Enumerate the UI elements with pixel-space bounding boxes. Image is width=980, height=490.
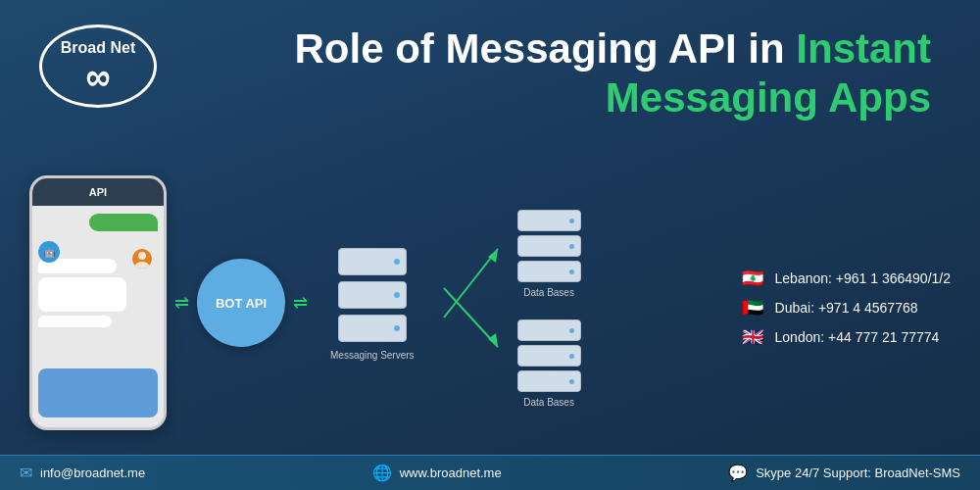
- title-line2-green: Messaging Apps: [606, 74, 931, 121]
- server-dot-1: [394, 259, 400, 265]
- phone-api-label: API: [89, 186, 107, 198]
- db-unit-1: [517, 210, 581, 231]
- header: Broad Net ∞ Role of Messaging API in Ins…: [0, 0, 980, 172]
- dubai-flag: 🇦🇪: [742, 297, 765, 318]
- phone-topbar: API: [32, 178, 164, 206]
- chat-bubble-received-2: [38, 277, 126, 312]
- svg-marker-5: [488, 333, 498, 347]
- messaging-servers: Messaging Servers: [330, 245, 415, 361]
- london-number: London: +44 777 21 77774: [775, 329, 940, 345]
- contact-area: 🇱🇧 Lebanon: +961 1 366490/1/2 🇦🇪 Dubai: …: [742, 268, 960, 348]
- phone-bottom-accent: [38, 368, 158, 417]
- db-unit-2: [517, 235, 581, 257]
- skype-icon: 💬: [728, 464, 748, 482]
- main-title: Role of Messaging API in Instant Messagi…: [206, 24, 931, 123]
- globe-icon: 🌐: [372, 464, 392, 482]
- db-unit-4: [517, 319, 581, 341]
- svg-line-2: [444, 249, 498, 318]
- logo-text: Broad Net: [61, 39, 135, 57]
- main-container: Broad Net ∞ Role of Messaging API in Ins…: [0, 0, 980, 490]
- exchange-arrows-1: ⇌: [174, 292, 189, 314]
- title-line1-green: Instant: [796, 25, 931, 72]
- dubai-number: Dubai: +971 4 4567768: [775, 300, 918, 316]
- server-block-3: [338, 315, 407, 342]
- server-dot-2: [394, 292, 400, 298]
- contact-dubai: 🇦🇪 Dubai: +971 4 4567768: [742, 297, 951, 318]
- db-unit-3: [517, 261, 581, 282]
- footer: ✉ info@broadnet.me 🌐 www.broadnet.me 💬 S…: [0, 455, 980, 490]
- bot-api-label: BOT API: [216, 296, 267, 311]
- email-address: info@broadnet.me: [40, 466, 145, 480]
- london-flag: 🇬🇧: [742, 326, 765, 348]
- chat-bubble-sent: [89, 214, 158, 231]
- db-dot-3: [569, 270, 574, 274]
- contact-lebanon: 🇱🇧 Lebanon: +961 1 366490/1/2: [742, 268, 951, 289]
- footer-email: ✉ info@broadnet.me: [20, 464, 145, 482]
- db-stack-bottom: Data Bases: [517, 318, 581, 408]
- databases-label-top: Data Bases: [523, 287, 574, 298]
- email-icon: ✉: [20, 464, 32, 482]
- phone-mockup: API 🤖: [29, 175, 167, 430]
- footer-website: 🌐 www.broadnet.me: [372, 464, 502, 482]
- db-dot-4: [569, 328, 574, 333]
- skype-support: Skype 24/7 Support: BroadNet-SMS: [756, 466, 960, 480]
- server-block-1: [338, 248, 407, 275]
- chat-bubble-received-3: [38, 316, 112, 327]
- infinity-icon: ∞: [86, 59, 110, 97]
- title-line1: Role of Messaging API in: [294, 25, 796, 72]
- db-dot-1: [569, 219, 574, 223]
- logo-area: Broad Net ∞: [20, 20, 176, 108]
- exchange-arrows-2: ⇌: [293, 292, 308, 314]
- server-block-2: [338, 281, 407, 309]
- databases-label-bottom: Data Bases: [523, 397, 574, 408]
- footer-skype: 💬 Skype 24/7 Support: BroadNet-SMS: [728, 464, 960, 482]
- bot-api-node: BOT API: [197, 259, 285, 347]
- db-unit-5: [517, 345, 581, 367]
- main-content: API 🤖: [0, 172, 980, 455]
- logo-circle: Broad Net ∞: [39, 24, 157, 108]
- phone-body: 🤖: [32, 206, 164, 427]
- lebanon-flag: 🇱🇧: [742, 268, 765, 289]
- lebanon-number: Lebanon: +961 1 366490/1/2: [775, 270, 951, 286]
- contact-london: 🇬🇧 London: +44 777 21 77774: [742, 326, 951, 348]
- title-area: Role of Messaging API in Instant Messagi…: [176, 20, 951, 123]
- diagonal-arrows-area: [439, 229, 508, 367]
- databases-area: Data Bases Data Bases: [517, 208, 581, 408]
- svg-point-0: [138, 252, 146, 260]
- website-url: www.broadnet.me: [400, 466, 502, 480]
- db-dot-5: [569, 354, 574, 359]
- messaging-servers-label: Messaging Servers: [330, 350, 415, 361]
- db-unit-6: [517, 370, 581, 392]
- db-dot-6: [569, 379, 574, 384]
- db-dot-2: [569, 244, 574, 249]
- server-dot-3: [394, 325, 400, 331]
- diagonal-arrows-svg: [439, 229, 508, 367]
- db-stack-top: Data Bases: [517, 208, 581, 298]
